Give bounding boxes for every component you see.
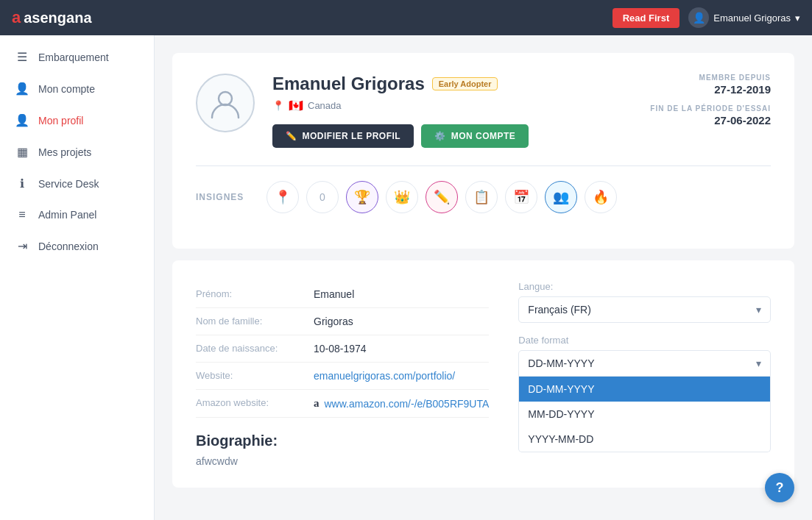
date-format-dropdown[interactable]: DD-MM-YYYY ▾ bbox=[518, 350, 771, 377]
website-value[interactable]: emanuelgrigoras.com/portfolio/ bbox=[314, 370, 455, 382]
amazon-label: Amazon website: bbox=[196, 397, 314, 410]
membre-depuis-value: 27-12-2019 bbox=[650, 83, 771, 96]
details-right: Langue: Français (FR) ▾ Date format DD-M… bbox=[518, 281, 771, 467]
sidebar-label-mon-compte: Mon compte bbox=[38, 83, 95, 95]
read-first-button[interactable]: Read First bbox=[612, 8, 680, 28]
user-avatar-icon: 👤 bbox=[688, 7, 709, 28]
badge-calendar[interactable]: 📅 bbox=[505, 181, 537, 213]
membre-depuis-label: MEMBRE DEPUIS bbox=[650, 74, 771, 82]
dob-label: Date de naissance: bbox=[196, 343, 314, 355]
profile-name-row: Emanuel Grigoras Early Adopter bbox=[272, 74, 632, 94]
service-desk-icon: ℹ bbox=[15, 177, 29, 190]
nom-value: Grigoras bbox=[314, 316, 353, 327]
sidebar-item-mes-projets[interactable]: ▦ Mes projets bbox=[0, 136, 154, 168]
badge-document[interactable]: 📋 bbox=[465, 181, 498, 213]
account-button[interactable]: ⚙️ MON COMPTE bbox=[421, 124, 529, 148]
main-content: Emanuel Grigoras Early Adopter 📍 🇨🇦 Cana… bbox=[155, 35, 812, 520]
help-button[interactable]: ? bbox=[765, 473, 794, 502]
langue-chevron-icon: ▾ bbox=[756, 304, 761, 316]
sidebar-label-service-desk: Service Desk bbox=[38, 178, 99, 190]
user-name: Emanuel Grigoras bbox=[713, 13, 791, 24]
admin-panel-icon: ≡ bbox=[15, 208, 29, 221]
date-format-label: Date format bbox=[518, 335, 771, 346]
edit-icon: ✏️ bbox=[286, 131, 297, 141]
dob-value: 10-08-1974 bbox=[314, 343, 367, 355]
sidebar-item-mon-profil[interactable]: 👤 Mon profil bbox=[0, 104, 154, 136]
bio-text: afwcwdw bbox=[196, 455, 489, 467]
app-header: aasengana Read First 👤 Emanuel Grigoras … bbox=[0, 0, 812, 35]
sidebar-label-mon-profil: Mon profil bbox=[38, 115, 83, 127]
date-option-yyyy-mm-dd[interactable]: YYYY-MM-DD bbox=[519, 427, 770, 452]
details-left: Prénom: Emanuel Nom de famille: Grigoras… bbox=[196, 281, 489, 467]
location-text: Canada bbox=[308, 100, 342, 111]
badge-zero[interactable]: 0 bbox=[306, 181, 339, 213]
prenom-value: Emanuel bbox=[314, 288, 354, 300]
profile-location: 📍 🇨🇦 Canada bbox=[272, 99, 632, 113]
bio-section: Biographie: afwcwdw bbox=[196, 432, 489, 467]
profile-header: Emanuel Grigoras Early Adopter 📍 🇨🇦 Cana… bbox=[196, 74, 771, 148]
date-format-chevron-icon: ▾ bbox=[756, 357, 761, 369]
sidebar-item-service-desk[interactable]: ℹ Service Desk bbox=[0, 168, 154, 199]
profile-actions: ✏️ MODIFIER LE PROFIL ⚙️ MON COMPTE bbox=[272, 124, 632, 148]
help-icon: ? bbox=[776, 480, 784, 496]
mes-projets-icon: ▦ bbox=[15, 145, 29, 159]
sidebar-label-deconnexion: Déconnexion bbox=[38, 241, 99, 252]
sidebar-label-admin-panel: Admin Panel bbox=[38, 209, 96, 221]
sidebar-item-admin-panel[interactable]: ≡ Admin Panel bbox=[0, 199, 154, 230]
logo-letter: a bbox=[12, 8, 21, 27]
location-pin-icon: 📍 bbox=[272, 100, 284, 111]
insignes-section: INSIGNES 📍 0 🏆 👑 ✏️ 📋 📅 👥 🔥 bbox=[196, 165, 771, 213]
date-option-dd-mm-yyyy[interactable]: DD-MM-YYYY bbox=[519, 377, 770, 402]
field-amazon: Amazon website: a www.amazon.com/-/e/B00… bbox=[196, 390, 489, 418]
details-grid: Prénom: Emanuel Nom de famille: Grigoras… bbox=[196, 281, 771, 467]
field-website: Website: emanuelgrigoras.com/portfolio/ bbox=[196, 363, 489, 390]
date-format-dropdown-container: DD-MM-YYYY ▾ DD-MM-YYYY MM-DD-YYYY YYYY-… bbox=[518, 350, 771, 377]
early-adopter-badge: Early Adopter bbox=[432, 77, 498, 90]
field-dob: Date de naissance: 10-08-1974 bbox=[196, 335, 489, 363]
chevron-down-icon: ▾ bbox=[795, 13, 800, 24]
date-format-value: DD-MM-YYYY bbox=[528, 357, 594, 369]
logo: aasengana bbox=[12, 8, 92, 27]
avatar bbox=[196, 74, 255, 132]
page-layout: ☰ Embarquement 👤 Mon compte 👤 Mon profil… bbox=[0, 0, 812, 520]
flag-icon: 🇨🇦 bbox=[289, 99, 303, 113]
badge-crown[interactable]: 👑 bbox=[386, 181, 418, 213]
langue-value: Français (FR) bbox=[528, 304, 591, 316]
badge-trophy[interactable]: 🏆 bbox=[346, 181, 378, 213]
prenom-label: Prénom: bbox=[196, 288, 314, 300]
sidebar-item-embarquement[interactable]: ☰ Embarquement bbox=[0, 41, 154, 73]
profile-name: Emanuel Grigoras bbox=[272, 74, 425, 94]
field-prenom: Prénom: Emanuel bbox=[196, 281, 489, 308]
profile-card: Emanuel Grigoras Early Adopter 📍 🇨🇦 Cana… bbox=[172, 53, 794, 249]
mon-compte-icon: 👤 bbox=[15, 82, 29, 96]
nom-label: Nom de famille: bbox=[196, 316, 314, 327]
date-option-mm-dd-yyyy[interactable]: MM-DD-YYYY bbox=[519, 402, 770, 427]
header-right: Read First 👤 Emanuel Grigoras ▾ bbox=[612, 7, 800, 28]
profile-info: Emanuel Grigoras Early Adopter 📍 🇨🇦 Cana… bbox=[272, 74, 632, 148]
sidebar-label-mes-projets: Mes projets bbox=[38, 146, 91, 158]
langue-dropdown[interactable]: Français (FR) ▾ bbox=[518, 296, 771, 323]
profile-meta: MEMBRE DEPUIS 27-12-2019 FIN DE LA PÉRIO… bbox=[650, 74, 771, 135]
sidebar-item-mon-compte[interactable]: 👤 Mon compte bbox=[0, 73, 154, 104]
amazon-icon: a bbox=[314, 397, 319, 410]
badge-location[interactable]: 📍 bbox=[266, 181, 299, 213]
badge-icons: 📍 0 🏆 👑 ✏️ 📋 📅 👥 🔥 bbox=[266, 181, 617, 213]
sidebar-item-deconnexion[interactable]: ⇥ Déconnexion bbox=[0, 230, 154, 262]
svg-point-0 bbox=[219, 92, 232, 105]
amazon-value[interactable]: a www.amazon.com/-/e/B005RF9UTA bbox=[314, 397, 489, 410]
mon-profil-icon: 👤 bbox=[15, 113, 29, 127]
fin-periode-value: 27-06-2022 bbox=[650, 114, 771, 127]
badge-team[interactable]: 👥 bbox=[545, 181, 577, 213]
sidebar: ☰ Embarquement 👤 Mon compte 👤 Mon profil… bbox=[0, 35, 155, 520]
details-card: Prénom: Emanuel Nom de famille: Grigoras… bbox=[172, 260, 794, 488]
fin-periode-label: FIN DE LA PÉRIODE D'ESSAI bbox=[650, 104, 771, 113]
edit-profile-button[interactable]: ✏️ MODIFIER LE PROFIL bbox=[272, 124, 414, 148]
badge-pen[interactable]: ✏️ bbox=[426, 181, 458, 213]
bio-title: Biographie: bbox=[196, 432, 489, 449]
langue-label: Langue: bbox=[518, 281, 771, 292]
user-menu[interactable]: 👤 Emanuel Grigoras ▾ bbox=[688, 7, 800, 28]
insignes-label: INSIGNES bbox=[196, 192, 255, 202]
embarquement-icon: ☰ bbox=[15, 50, 29, 64]
badge-fire[interactable]: 🔥 bbox=[585, 181, 617, 213]
sidebar-label-embarquement: Embarquement bbox=[38, 51, 109, 63]
